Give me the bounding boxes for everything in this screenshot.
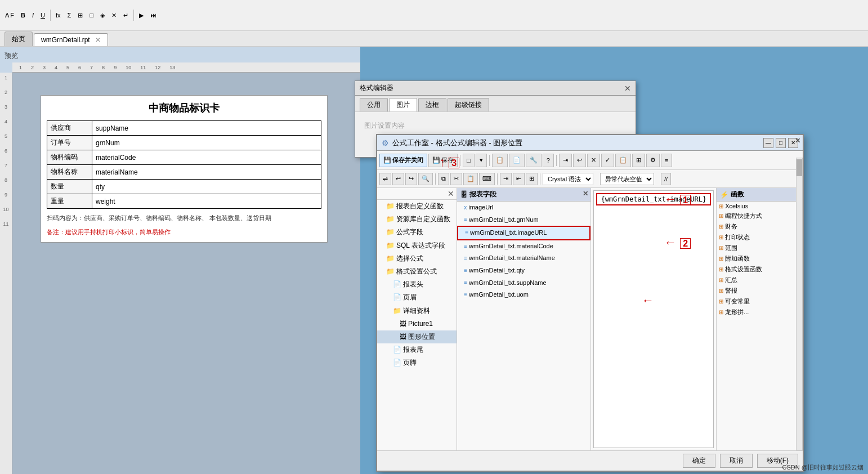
tab-button[interactable]: ⇥: [559, 154, 572, 167]
toolbar-btn-misc3[interactable]: ◈: [97, 10, 108, 21]
func-alert[interactable]: ⊞ 警报: [717, 285, 803, 296]
function-button[interactable]: 📄: [509, 154, 525, 167]
toolbar-btn-end[interactable]: ⏭: [147, 10, 159, 20]
new-button[interactable]: □: [463, 154, 475, 167]
grid-button[interactable]: ⊞: [632, 154, 645, 167]
minimize-button[interactable]: —: [763, 138, 773, 148]
table-btn[interactable]: ⊞: [526, 173, 538, 185]
cut-btn[interactable]: ✂: [450, 173, 462, 185]
row-label-weight: 重量: [47, 194, 92, 209]
func-xcelsius[interactable]: ⊞ Xcelsius: [717, 202, 803, 211]
func-finance[interactable]: ⊞ 财务: [717, 221, 803, 232]
field-item-uom[interactable]: ≡ wmGrnDetail_txt.uom: [457, 289, 590, 301]
settings-button[interactable]: ⚙: [646, 154, 660, 167]
func-variable[interactable]: ⊞ 可变常里: [717, 296, 803, 307]
field-item-materialcode[interactable]: ≡ wmGrnDetail_txt.materialCode: [457, 240, 590, 253]
toolbar-btn-af[interactable]: A F: [2, 10, 17, 20]
slash-btn[interactable]: //: [661, 173, 671, 185]
func-additional[interactable]: ⊞ 附加函数: [717, 253, 803, 264]
tree-panel-close[interactable]: ✕: [448, 189, 454, 198]
tree-item-report-header[interactable]: 📄 报表头: [377, 278, 457, 291]
search-btn[interactable]: 🔍: [418, 173, 433, 185]
toolbar-btn-misc2[interactable]: □: [87, 10, 96, 20]
tab-home[interactable]: 始页: [5, 32, 33, 46]
tree-item-custom-funcs[interactable]: 📁 报表自定义函数: [377, 200, 457, 213]
field-item-materialname[interactable]: ≡ wmGrnDetail_txt.materialName: [457, 252, 590, 265]
toolbar-btn-fx[interactable]: fx: [53, 10, 64, 20]
more-button[interactable]: ≡: [661, 154, 672, 167]
toolbar-btn-sum[interactable]: Σ: [65, 10, 74, 20]
field-item-imageurl-formula[interactable]: x imageUrl: [457, 202, 590, 214]
tree-item-page-footer[interactable]: 📄 页脚: [377, 356, 457, 369]
placeholder-select[interactable]: 异常代表空值: [600, 173, 654, 185]
syntax-select[interactable]: Crystal 语法: [543, 173, 593, 185]
tree-item-picture1[interactable]: 🖼 Picture1: [377, 318, 457, 330]
redo-btn[interactable]: ↪: [405, 173, 417, 185]
tab-public[interactable]: 公用: [360, 98, 388, 111]
save-close-button[interactable]: 💾 保存并关闭: [379, 154, 427, 167]
paste-button[interactable]: 📋: [615, 154, 631, 167]
toolbar-btn-misc1[interactable]: ⊞: [75, 10, 86, 21]
toolbar2-sep3: [540, 173, 540, 185]
indent-btn[interactable]: ⇥: [500, 173, 512, 185]
toolbar-btn-italic[interactable]: I: [29, 10, 37, 20]
formula-editor[interactable]: {wmGrnDetail_txt.imageURL}: [593, 190, 714, 448]
func-shortcut[interactable]: ⊞ 编程快捷方式: [717, 211, 803, 221]
paste-btn[interactable]: 📋: [463, 173, 478, 185]
field-item-grnnum[interactable]: ≡ wmGrnDetail_txt.grnNum: [457, 214, 590, 226]
format-btn[interactable]: ⌨: [479, 173, 495, 185]
table-row: 重量 weight: [47, 194, 321, 209]
check-button[interactable]: ✓: [601, 154, 614, 167]
tree-item-sql-fields[interactable]: 📁 SQL 表达式字段: [377, 239, 457, 252]
formula-toolbar2: ⇌ ↩ ↪ 🔍 ⧉ ✂ 📋 ⌨ ⇥ ⇤ ⊞ Crystal 语法 异常代表空值 …: [377, 170, 803, 188]
tree-item-report-footer[interactable]: 📄 报表尾: [377, 343, 457, 356]
toolbar-btn-bold[interactable]: B: [18, 10, 28, 20]
tab-report[interactable]: wmGrnDetail.rpt ✕: [34, 33, 108, 46]
tree-item-select-formula[interactable]: 📁 选择公式: [377, 252, 457, 265]
tree-item-format-formula[interactable]: 📁 格式设置公式: [377, 265, 457, 278]
toolbar-btn-misc4[interactable]: ✕: [109, 10, 119, 21]
row-label-material-name: 物料名称: [47, 165, 92, 180]
operator-button[interactable]: 🔧: [526, 154, 542, 167]
undo-button[interactable]: ↩: [573, 154, 586, 167]
func-icon: ⊞: [719, 277, 723, 283]
confirm-button[interactable]: 确定: [683, 454, 715, 468]
field-item-suppname[interactable]: ≡ wmGrnDetail_txt.suppName: [457, 277, 590, 289]
dropdown-button[interactable]: ▾: [476, 154, 487, 167]
cancel-button[interactable]: 取消: [720, 454, 753, 468]
dialog-close-btn[interactable]: ✕: [624, 84, 631, 93]
tab-border[interactable]: 边框: [418, 98, 446, 111]
tree-item-detail[interactable]: 📁 详细资料: [377, 305, 457, 318]
copy-btn[interactable]: ⧉: [438, 173, 449, 185]
func-print-state[interactable]: ⊞ 打印状态: [717, 232, 803, 243]
outdent-btn[interactable]: ⇤: [513, 173, 525, 185]
tree-item-page-header[interactable]: 📄 页眉: [377, 291, 457, 304]
tab-picture[interactable]: 图片: [389, 98, 417, 111]
field-label: wmGrnDetail_txt.materialCode: [469, 242, 553, 252]
editor-scrollbar[interactable]: [796, 188, 803, 450]
report-field-button[interactable]: 📋: [492, 154, 508, 167]
func-summary[interactable]: ⊞ 汇总: [717, 275, 803, 285]
func-dragon[interactable]: ⊞ 龙形拼...: [717, 307, 803, 318]
undo-btn[interactable]: ↩: [392, 173, 404, 185]
fields-panel-close[interactable]: ✕: [583, 190, 588, 198]
field-db-icon: ≡: [465, 229, 468, 238]
field-db-icon: ≡: [464, 254, 467, 263]
func-range[interactable]: ⊞ 范围: [717, 243, 803, 253]
arrow-btn1[interactable]: ⇌: [379, 173, 391, 185]
delete-button[interactable]: ✕: [587, 154, 600, 167]
save-button[interactable]: 💾 保存: [428, 154, 458, 167]
tree-item-formula-fields[interactable]: 📁 公式字段: [377, 226, 457, 239]
table-row: 物料名称 materialName: [47, 165, 321, 180]
maximize-button[interactable]: □: [776, 138, 786, 148]
tree-item-graphic-position[interactable]: 🖼 图形位置: [377, 330, 457, 343]
toolbar-btn-underline[interactable]: U: [38, 10, 48, 20]
help-button[interactable]: ?: [543, 154, 554, 167]
field-item-qty[interactable]: ≡ wmGrnDetail_txt.qty: [457, 265, 590, 277]
toolbar-btn-misc5[interactable]: ↵: [120, 10, 131, 21]
tree-item-resource-funcs[interactable]: 📁 资源库自定义函数: [377, 213, 457, 226]
tab-hyperlink[interactable]: 超级链接: [448, 98, 489, 111]
toolbar-btn-play[interactable]: ▶: [136, 10, 146, 21]
field-item-imageurl[interactable]: ≡ wmGrnDetail_txt.imageURL: [457, 226, 590, 240]
func-format[interactable]: ⊞ 格式设置函数: [717, 264, 803, 275]
